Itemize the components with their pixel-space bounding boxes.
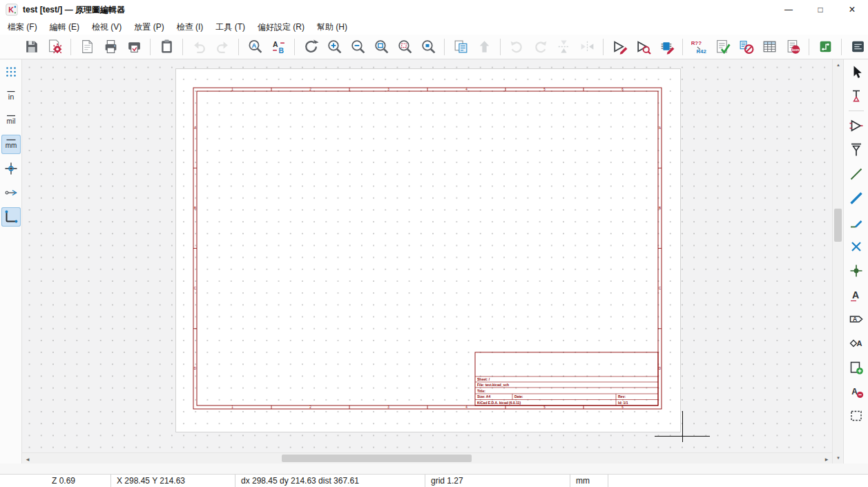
annotate-button[interactable]: R??R42	[688, 37, 709, 57]
svg-text:Title:: Title:	[477, 389, 485, 393]
add-global-label-button[interactable]: A	[847, 309, 866, 329]
print-button[interactable]	[100, 37, 121, 57]
highlight-net-button[interactable]	[847, 86, 866, 106]
menu-view[interactable]: 檢視 (V)	[86, 20, 128, 35]
menu-help[interactable]: 幫助 (H)	[311, 20, 354, 35]
scroll-up-arrow-icon[interactable]: ▲	[833, 59, 844, 70]
symbol-fields-table-button[interactable]	[759, 37, 780, 57]
add-wire-button[interactable]	[847, 164, 866, 184]
scroll-down-arrow-icon[interactable]: ▼	[833, 452, 844, 464]
page-settings-button[interactable]	[77, 37, 97, 57]
units-inches-button[interactable]: in	[1, 86, 21, 106]
leave-sheet-icon	[476, 39, 492, 55]
import-sheet-pin-icon: A	[849, 384, 864, 399]
toggle-grid-button[interactable]	[1, 62, 21, 82]
add-wire-icon	[849, 166, 864, 182]
schematic-setup-button[interactable]	[44, 37, 65, 57]
menu-place[interactable]: 放置 (P)	[128, 20, 170, 35]
scroll-left-arrow-icon[interactable]: ◀	[22, 453, 33, 464]
find-button[interactable]: A	[244, 37, 265, 57]
import-sheet-pin-button[interactable]: A	[847, 382, 866, 401]
add-no-connect-button[interactable]	[847, 237, 866, 256]
horizontal-scroll-track[interactable]	[33, 453, 821, 464]
assign-footprints-button[interactable]	[735, 37, 756, 57]
footprint-editor-icon	[659, 39, 675, 55]
generate-bom-button[interactable]: bom	[782, 37, 803, 57]
toolbar-separator	[444, 39, 445, 55]
schematic-sheet: 112233445566AABBCCDDSheet: /File: test.k…	[176, 69, 680, 432]
scroll-right-arrow-icon[interactable]: ▶	[821, 453, 832, 464]
units-mils-button[interactable]: mil	[1, 111, 21, 130]
svg-text:mm: mm	[5, 142, 17, 149]
graphic-lines-button[interactable]	[847, 406, 866, 426]
zoom-to-fit-button[interactable]	[371, 37, 392, 57]
paste-icon	[159, 39, 175, 55]
symbol-editor-button[interactable]	[609, 37, 630, 57]
close-button[interactable]: ×	[836, 0, 868, 19]
menu-inspect[interactable]: 檢查 (I)	[171, 20, 210, 35]
menu-tools[interactable]: 工具 (T)	[209, 20, 251, 35]
svg-text:D: D	[194, 367, 197, 370]
add-global-label-icon: A	[849, 312, 864, 327]
svg-text:A: A	[659, 126, 662, 130]
units-mm-button[interactable]: mm	[1, 135, 21, 154]
hv-line-mode-button[interactable]	[1, 207, 21, 227]
svg-text:mil: mil	[6, 117, 15, 125]
zoom-out-button[interactable]	[347, 37, 368, 57]
svg-text:File: test.kicad_sch: File: test.kicad_sch	[477, 383, 509, 387]
menu-edit[interactable]: 編輯 (E)	[44, 20, 86, 35]
zoom-to-selection-button[interactable]	[394, 37, 415, 57]
maximize-button[interactable]: □	[804, 0, 836, 19]
show-console-icon	[850, 39, 866, 55]
cursor-shape-button[interactable]	[1, 159, 21, 178]
zoom-to-fit-icon	[374, 39, 389, 55]
refresh-view-button[interactable]	[300, 37, 321, 57]
svg-text:6: 6	[621, 405, 624, 409]
add-power-port-icon	[849, 142, 864, 157]
plot-button[interactable]	[124, 37, 144, 57]
redo-button	[212, 37, 233, 57]
add-hierarchical-label-button[interactable]: A	[847, 334, 866, 353]
bottom-gap	[0, 464, 868, 474]
schematic-canvas[interactable]: 112233445566AABBCCDDSheet: /File: test.k…	[22, 59, 832, 452]
units-inches-icon: in	[3, 88, 19, 104]
open-pcb-editor-button[interactable]	[815, 37, 836, 57]
erc-button[interactable]	[712, 37, 733, 57]
hierarchy-navigator-button[interactable]	[450, 37, 471, 57]
svg-text:3: 3	[387, 88, 389, 91]
show-console-button[interactable]	[847, 37, 868, 57]
vertical-scroll-thumb[interactable]	[834, 209, 842, 242]
find-replace-button[interactable]: AB	[268, 37, 289, 57]
add-bus-button[interactable]	[847, 189, 866, 208]
minimize-button[interactable]: —	[773, 0, 804, 19]
paste-button[interactable]	[156, 37, 177, 57]
select-tool-button[interactable]	[847, 62, 866, 82]
add-symbol-button[interactable]	[847, 116, 866, 135]
zoom-to-objects-button[interactable]	[418, 37, 438, 57]
add-power-port-button[interactable]	[847, 140, 866, 160]
save-button[interactable]	[21, 37, 41, 57]
menu-file[interactable]: 檔案 (F)	[1, 20, 44, 35]
zoom-to-objects-icon	[421, 39, 436, 55]
vertical-scrollbar[interactable]: ▲ ▼	[832, 59, 843, 464]
svg-text:5: 5	[543, 405, 546, 409]
vertical-scroll-track[interactable]	[833, 70, 843, 452]
wire-to-bus-entry-icon	[849, 215, 864, 230]
horizontal-scrollbar[interactable]: ◀ ▶	[22, 452, 832, 464]
leave-sheet-button	[474, 37, 494, 57]
symbol-library-browser-button[interactable]	[633, 37, 653, 57]
footprint-editor-button[interactable]	[656, 37, 677, 57]
show-hidden-pins-button[interactable]	[1, 183, 21, 202]
add-junction-button[interactable]	[847, 261, 866, 280]
add-hierarchical-sheet-button[interactable]	[847, 358, 866, 377]
add-net-label-button[interactable]: A	[847, 285, 866, 305]
add-symbol-icon	[849, 118, 864, 133]
main-toolbar: AABR??R42bom	[0, 35, 868, 59]
wire-to-bus-entry-button[interactable]	[847, 213, 866, 232]
menu-preferences[interactable]: 偏好設定 (R)	[251, 20, 311, 35]
zoom-in-button[interactable]	[324, 37, 345, 57]
window-controls: — □ ×	[773, 0, 868, 19]
horizontal-scroll-thumb[interactable]	[282, 455, 472, 462]
svg-text:Date:: Date:	[514, 394, 523, 399]
add-junction-icon	[849, 263, 864, 278]
